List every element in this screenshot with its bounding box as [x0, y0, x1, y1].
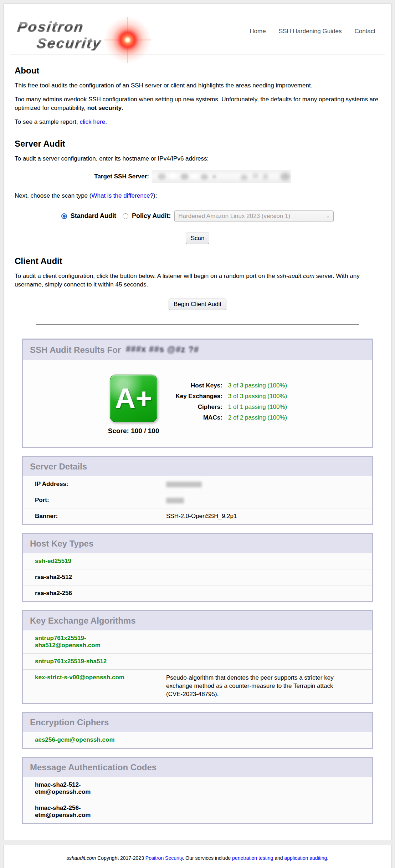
logo-text-security: Security: [36, 36, 102, 50]
positron-security-link[interactable]: Positron Security: [145, 855, 183, 861]
about-p2-text: Too many admins overlook SSH configurati…: [15, 96, 378, 112]
redacted-input-value-2: [152, 170, 291, 183]
grade-letter: A+: [115, 384, 152, 413]
starburst-icon: [104, 17, 151, 63]
standard-audit-radio[interactable]: [61, 213, 67, 219]
key-exchange-panel: Key Exchange Algorithms sntrup761x25519-…: [22, 610, 373, 704]
stat-row-macs: MACs: 2 of 2 passing (100%): [175, 412, 287, 423]
host-key-types-table: ssh-ed25519 rsa-sha2-512 rsa-sha2-256: [23, 553, 372, 601]
stat-label: Ciphers:: [175, 402, 228, 412]
redacted-ip-blob: [166, 482, 202, 487]
cipher-item: aes256-gcm@openssh.com: [23, 732, 372, 748]
policy-audit-radio[interactable]: [123, 213, 128, 219]
scan-button[interactable]: Scan: [186, 233, 210, 244]
client-audit-domain: ssh-audit.com: [277, 273, 314, 279]
banner-value: SSH-2.0-OpenSSH_9.2p1: [154, 508, 372, 524]
nav-contact[interactable]: Contact: [354, 28, 375, 35]
scan-button-row: Scan: [15, 233, 380, 244]
server-audit-intro: To audit a server configuration, enter i…: [15, 154, 380, 163]
nav-home[interactable]: Home: [250, 28, 266, 35]
about-p3-text: To see a sample report,: [15, 118, 79, 125]
footer-copyright: Copyright 2017-2023: [96, 855, 145, 861]
scan-type-tail: ):: [153, 192, 157, 199]
site-header: Positron Security Home SSH Hardening Gui…: [4, 4, 391, 55]
port-value-redacted: [154, 492, 372, 508]
host-key-item: rsa-sha2-512: [23, 569, 372, 585]
stat-value: 3 of 3 passing (100%): [228, 380, 287, 391]
encryption-ciphers-header: Encryption Ciphers: [23, 713, 372, 732]
ip-address-label: IP Address:: [23, 476, 154, 492]
about-paragraph-3: To see a sample report, click here.: [15, 118, 380, 127]
server-details-table: IP Address: Port: Banner: SSH-2.0-OpenSS…: [23, 476, 372, 524]
content: About This free tool audits the configur…: [4, 66, 391, 840]
about-paragraph-1: This free tool audits the configuration …: [15, 81, 380, 90]
nav-ssh-hardening-guides[interactable]: SSH Hardening Guides: [279, 28, 342, 35]
grade-column: A+ Score: 100 / 100: [108, 375, 159, 435]
begin-client-audit-button[interactable]: Begin Client Audit: [169, 299, 226, 310]
footer-domain: sshaudit.com: [67, 855, 96, 861]
scan-type-row: Standard Audit Policy Audit: Hardened Am…: [15, 210, 380, 222]
table-row: Banner: SSH-2.0-OpenSSH_9.2p1: [23, 508, 372, 524]
results-stats: Host Keys: 3 of 3 passing (100%) Key Exc…: [175, 380, 287, 423]
logo-text-positron: Positron: [16, 20, 85, 34]
score-label: Score: 100 / 100: [108, 427, 159, 435]
stat-label: MACs:: [175, 412, 228, 423]
target-ssh-server-input[interactable]: [152, 170, 291, 183]
ip-address-value-redacted: [154, 476, 372, 492]
stat-row-key-exchanges: Key Exchanges: 3 of 3 passing (100%): [175, 391, 287, 402]
redacted-hostname: ###x ##s @#z ?#8#: [126, 344, 199, 356]
footer-line-2: SSH scanning is done using the ssh-audit…: [11, 867, 384, 868]
server-audit-title: Server Audit: [15, 139, 380, 149]
footer-text: . Our services include: [183, 855, 232, 861]
ssh-audit-results-panel: SSH Audit Results For ###x ##s @#z ?#8# …: [22, 339, 373, 448]
client-audit-title: Client Audit: [15, 256, 380, 266]
table-row: hmac-sha2-512- etm@openssh.com: [23, 777, 372, 800]
about-title: About: [15, 66, 380, 76]
about-p3-tail: .: [105, 118, 107, 125]
results-body: A+ Score: 100 / 100 Host Keys: 3 of 3 pa…: [23, 360, 372, 447]
target-server-row: Target SSH Server:: [15, 170, 380, 183]
application-auditing-link[interactable]: application auditing: [284, 855, 327, 861]
mac-item: hmac-sha2-256- etm@openssh.com: [23, 800, 372, 823]
stat-value: 3 of 3 passing (100%): [228, 391, 287, 402]
table-row: Port:: [23, 492, 372, 508]
penetration-testing-link[interactable]: penetration testing: [232, 855, 273, 861]
footer-line-1: sshaudit.com Copyright 2017-2023 Positro…: [11, 854, 384, 862]
stat-value: 2 of 2 passing (100%): [228, 412, 287, 423]
header-divider: [10, 55, 385, 55]
scan-type-paragraph: Next, choose the scan type (What is the …: [15, 192, 380, 200]
banner-label: Banner:: [23, 508, 154, 524]
table-row: sntrup761x25519- sha512@openssh.com: [23, 630, 372, 654]
about-p2-bold: not security: [87, 105, 122, 111]
chevron-down-icon: ⌄: [326, 213, 330, 219]
main-nav: Home SSH Hardening Guides Contact: [250, 28, 380, 35]
scan-type-difference-link[interactable]: What is the difference?: [91, 192, 153, 199]
stat-row-ciphers: Ciphers: 1 of 1 passing (100%): [175, 402, 287, 412]
footer-text: and: [273, 855, 284, 861]
kex-item-note: Pseudo-algorithm that denotes the peer s…: [154, 670, 372, 703]
table-row: kex-strict-s-v00@openssh.com Pseudo-algo…: [23, 670, 372, 703]
kex-item: sntrup761x25519- sha512@openssh.com: [23, 630, 372, 654]
table-row: rsa-sha2-512: [23, 569, 372, 585]
encryption-ciphers-table: aes256-gcm@openssh.com: [23, 732, 372, 748]
table-row: rsa-sha2-256: [23, 585, 372, 601]
key-exchange-header: Key Exchange Algorithms: [23, 611, 372, 630]
begin-client-audit-row: Begin Client Audit: [15, 299, 380, 310]
results-panel-header: SSH Audit Results For ###x ##s @#z ?#8#: [23, 340, 372, 360]
key-exchange-table: sntrup761x25519- sha512@openssh.com sntr…: [23, 630, 372, 703]
sample-report-link[interactable]: click here: [79, 118, 105, 125]
stat-row-host-keys: Host Keys: 3 of 3 passing (100%): [175, 380, 287, 391]
positron-security-logo: Positron Security: [15, 10, 157, 52]
table-row: ssh-ed25519: [23, 553, 372, 569]
client-audit-text: To audit a client configuration, click t…: [15, 273, 277, 279]
macs-panel: Message Authentication Codes hmac-sha2-5…: [22, 757, 373, 824]
policy-select[interactable]: Hardened Amazon Linux 2023 (version 1) ⌄: [174, 210, 334, 222]
target-ssh-server-label: Target SSH Server:: [15, 173, 152, 180]
client-audit-intro: To audit a client configuration, click t…: [15, 272, 380, 289]
kex-item: sntrup761x25519-sha512: [23, 654, 372, 670]
standard-audit-label: Standard Audit: [71, 212, 116, 220]
policy-audit-label: Policy Audit:: [132, 212, 171, 220]
server-details-panel: Server Details IP Address: Port: Banner:…: [22, 456, 373, 525]
macs-header: Message Authentication Codes: [23, 758, 372, 777]
table-row: hmac-sha2-256- etm@openssh.com: [23, 800, 372, 823]
